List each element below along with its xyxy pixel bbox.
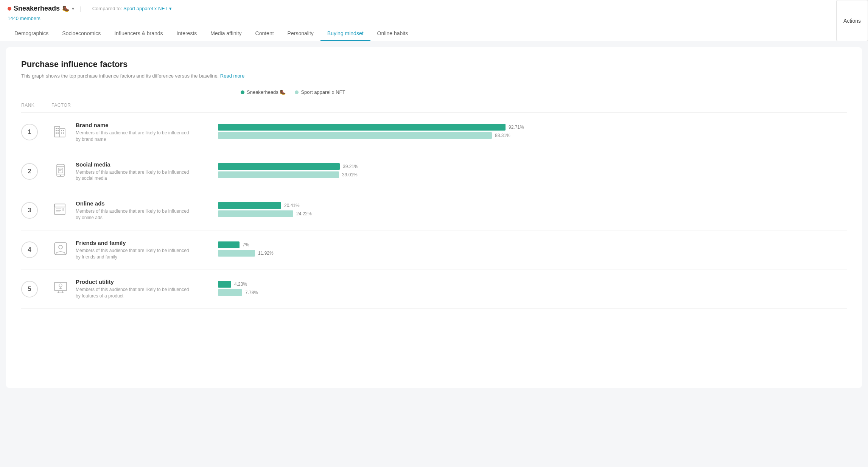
primary-bar-3: [218, 202, 281, 209]
section-title: Purchase influence factors: [21, 59, 847, 69]
svg-rect-10: [61, 132, 62, 134]
svg-rect-1: [60, 129, 65, 137]
legend-secondary: Sport apparel x NFT: [295, 89, 345, 95]
factor-row-2: 2 Social media Members of this audience …: [21, 152, 847, 191]
svg-point-32: [59, 284, 62, 287]
tab-buying-mindset[interactable]: Buying mindset: [320, 26, 370, 41]
secondary-bar-row-3: 24.22%: [218, 210, 847, 217]
rank-number-1: 1: [21, 124, 38, 140]
factor-text-1: Brand name Members of this audience that…: [76, 122, 189, 143]
primary-bar-row-2: 39.21%: [218, 163, 847, 170]
tab-interests[interactable]: Interests: [170, 26, 204, 41]
svg-line-30: [62, 291, 63, 293]
factor-text-5: Product utility Members of this audience…: [76, 279, 189, 299]
factor-text-3: Online ads Members of this audience that…: [76, 200, 189, 221]
factor-description-5: Members of this audience that are likely…: [76, 286, 189, 299]
section-description: This graph shows the top purchase influe…: [21, 73, 847, 79]
rank-col-header: Rank: [21, 103, 51, 108]
svg-rect-4: [56, 130, 57, 131]
svg-rect-6: [56, 132, 57, 134]
factor-row-1: 1 Brand name Members of this audience th…: [21, 113, 847, 152]
svg-rect-11: [63, 132, 64, 134]
primary-bar-label-2: 39.21%: [343, 164, 358, 169]
factor-name-5: Product utility: [76, 279, 189, 285]
read-more-link[interactable]: Read more: [220, 73, 244, 79]
primary-bar-row-3: 20.41%: [218, 202, 847, 209]
factor-description-3: Members of this audience that are likely…: [76, 208, 189, 221]
bars-area-3: 20.41% 24.22%: [210, 202, 847, 219]
factor-icon-5: [51, 279, 70, 297]
primary-bar-label-3: 20.41%: [284, 203, 300, 208]
secondary-bar-row-4: 11.92%: [218, 250, 847, 257]
rank-number-3: 3: [21, 202, 38, 219]
primary-bar-row-4: 7%: [218, 241, 847, 248]
legend-secondary-label: Sport apparel x NFT: [301, 89, 345, 95]
legend-primary-label: Sneakerheads 🥾: [247, 89, 286, 95]
tab-media-affinity[interactable]: Media affinity: [204, 26, 248, 41]
table-header: Rank Factor: [21, 103, 847, 113]
primary-bar-4: [218, 241, 240, 248]
audience-icon: 🥾: [62, 5, 70, 12]
bars-area-4: 7% 11.92%: [210, 241, 847, 258]
rank-number-2: 2: [21, 163, 38, 180]
svg-rect-8: [61, 130, 62, 131]
nav-tabs: DemographicsSocioeconomicsInfluencers & …: [8, 25, 860, 41]
svg-rect-5: [58, 130, 59, 131]
compared-to-link[interactable]: Sport apparel x NFT ▾: [123, 6, 171, 11]
tab-personality[interactable]: Personality: [281, 26, 320, 41]
tab-content[interactable]: Content: [249, 26, 281, 41]
compared-to-label: Compared to: Sport apparel x NFT ▾: [92, 6, 172, 11]
svg-rect-3: [58, 128, 59, 129]
factor-col-header: Factor: [51, 103, 241, 108]
factor-row-4: 4 Friends and family Members of this aud…: [21, 230, 847, 270]
bars-area-2: 39.21% 39.01%: [210, 163, 847, 180]
secondary-bar-2: [218, 171, 339, 178]
legend-primary-dot: [241, 90, 244, 94]
svg-rect-7: [58, 132, 59, 134]
tab-influencers[interactable]: Influencers & brands: [107, 26, 170, 41]
tab-socioeconomics[interactable]: Socioeconomics: [55, 26, 107, 41]
svg-rect-21: [54, 204, 65, 207]
actions-button[interactable]: Actions: [836, 0, 868, 41]
factor-icon-4: [51, 240, 70, 258]
audience-status-dot: [8, 7, 11, 11]
svg-point-19: [60, 175, 61, 176]
primary-bar-label-4: 7%: [243, 242, 249, 248]
secondary-bar-label-3: 24.22%: [296, 211, 312, 216]
primary-bar-row-5: 4.23%: [218, 281, 847, 288]
primary-bar-5: [218, 281, 231, 288]
secondary-bar-label-4: 11.92%: [258, 251, 274, 256]
primary-bar-label-1: 92.71%: [509, 125, 524, 130]
secondary-bar-4: [218, 250, 255, 257]
primary-bar-label-5: 4.23%: [234, 282, 247, 287]
legend-secondary-dot: [295, 90, 299, 94]
svg-point-27: [59, 245, 62, 249]
primary-bar-1: [218, 124, 506, 131]
factor-row-3: 3 Online ads Members of this audience th…: [21, 191, 847, 230]
tab-online-habits[interactable]: Online habits: [370, 26, 415, 41]
compared-dropdown-arrow[interactable]: ▾: [169, 6, 172, 11]
tab-demographics[interactable]: Demographics: [8, 26, 55, 41]
factor-name-3: Online ads: [76, 200, 189, 207]
svg-rect-25: [62, 208, 64, 211]
audience-dropdown[interactable]: ▾: [72, 6, 74, 11]
audience-name: Sneakerheads: [14, 5, 60, 12]
factor-icon-3: [51, 200, 70, 218]
main-content: Purchase influence factors This graph sh…: [6, 47, 862, 388]
svg-rect-0: [54, 126, 60, 137]
factor-icon-2: [51, 161, 70, 179]
members-count: 1440 members: [8, 14, 860, 25]
bars-area-5: 4.23% 7.78%: [210, 281, 847, 297]
secondary-bar-1: [218, 132, 492, 139]
factor-name-4: Friends and family: [76, 240, 189, 246]
factor-info-1: Brand name Members of this audience that…: [51, 122, 210, 143]
secondary-bar-3: [218, 210, 293, 217]
factor-text-4: Friends and family Members of this audie…: [76, 240, 189, 260]
bars-area-1: 92.71% 88.31%: [210, 124, 847, 140]
factor-icon-1: [51, 122, 70, 140]
secondary-bar-row-2: 39.01%: [218, 171, 847, 178]
factor-info-2: Social media Members of this audience th…: [51, 161, 210, 182]
factors-list: 1 Brand name Members of this audience th…: [21, 113, 847, 309]
factor-name-1: Brand name: [76, 122, 189, 128]
svg-rect-28: [54, 282, 67, 291]
